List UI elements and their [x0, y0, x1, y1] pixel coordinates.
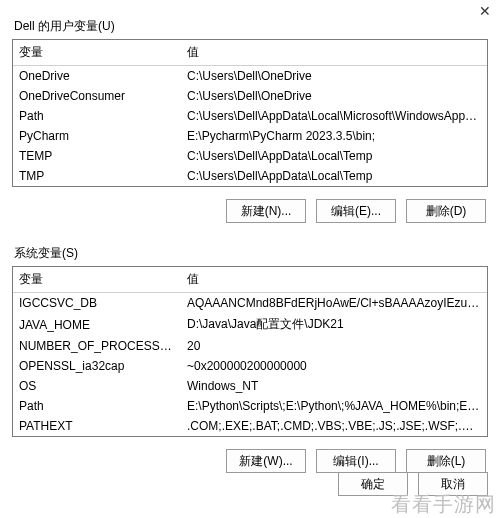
cancel-button[interactable]: 取消 [418, 472, 488, 496]
system-vars-group: 系统变量(S) 变量 值 IGCCSVC_DBAQAAANCMnd8BFdERj… [12, 245, 488, 485]
system-vars-label: 系统变量(S) [12, 245, 488, 266]
var-value: AQAAANCMnd8BFdERjHoAwE/Cl+sBAAAAzoyIEzur… [181, 293, 487, 314]
var-value: ~0x200000200000000 [181, 356, 487, 376]
var-name: PyCharm [13, 126, 181, 146]
table-row[interactable]: OneDriveConsumerC:\Users\Dell\OneDrive [13, 86, 487, 106]
table-row[interactable]: JAVA_HOMED:\Java\Java配置文件\JDK21 [13, 313, 487, 336]
var-name: IGCCSVC_DB [13, 293, 181, 314]
var-value: C:\Users\Dell\AppData\Local\Microsoft\Wi… [181, 106, 487, 126]
user-new-button[interactable]: 新建(N)... [226, 199, 306, 223]
table-row[interactable]: TMPC:\Users\Dell\AppData\Local\Temp [13, 166, 487, 186]
table-row[interactable]: PathC:\Users\Dell\AppData\Local\Microsof… [13, 106, 487, 126]
table-row[interactable]: OneDriveC:\Users\Dell\OneDrive [13, 66, 487, 87]
table-row[interactable]: OSWindows_NT [13, 376, 487, 396]
var-value: C:\Users\Dell\OneDrive [181, 66, 487, 87]
var-value: E:\Python\Scripts\;E:\Python\;%JAVA_HOME… [181, 396, 487, 416]
user-edit-button[interactable]: 编辑(E)... [316, 199, 396, 223]
var-name: JAVA_HOME [13, 313, 181, 336]
var-value: Windows_NT [181, 376, 487, 396]
var-name: Path [13, 396, 181, 416]
col-header-value[interactable]: 值 [181, 267, 487, 293]
table-row[interactable]: NUMBER_OF_PROCESSORS20 [13, 336, 487, 356]
user-vars-table[interactable]: 变量 值 OneDriveC:\Users\Dell\OneDriveOneDr… [12, 39, 488, 187]
table-row[interactable]: PATHEXT.COM;.EXE;.BAT;.CMD;.VBS;.VBE;.JS… [13, 416, 487, 436]
table-row[interactable]: PyCharmE:\Pycharm\PyCharm 2023.3.5\bin; [13, 126, 487, 146]
var-name: OS [13, 376, 181, 396]
var-value: C:\Users\Dell\AppData\Local\Temp [181, 166, 487, 186]
var-value: D:\Java\Java配置文件\JDK21 [181, 313, 487, 336]
table-row[interactable]: PathE:\Python\Scripts\;E:\Python\;%JAVA_… [13, 396, 487, 416]
user-vars-buttons: 新建(N)... 编辑(E)... 删除(D) [12, 187, 488, 235]
user-vars-group: Dell 的用户变量(U) 变量 值 OneDriveC:\Users\Dell… [12, 18, 488, 235]
sys-new-button[interactable]: 新建(W)... [226, 449, 306, 473]
var-value: C:\Users\Dell\AppData\Local\Temp [181, 146, 487, 166]
var-value: .COM;.EXE;.BAT;.CMD;.VBS;.VBE;.JS;.JSE;.… [181, 416, 487, 436]
var-name: OPENSSL_ia32cap [13, 356, 181, 376]
var-name: Path [13, 106, 181, 126]
dialog-footer: 确定 取消 [338, 472, 488, 496]
sys-edit-button[interactable]: 编辑(I)... [316, 449, 396, 473]
var-name: TEMP [13, 146, 181, 166]
var-name: PATHEXT [13, 416, 181, 436]
var-value: E:\Pycharm\PyCharm 2023.3.5\bin; [181, 126, 487, 146]
var-name: NUMBER_OF_PROCESSORS [13, 336, 181, 356]
var-name: OneDrive [13, 66, 181, 87]
sys-delete-button[interactable]: 删除(L) [406, 449, 486, 473]
col-header-name[interactable]: 变量 [13, 267, 181, 293]
var-name: TMP [13, 166, 181, 186]
col-header-value[interactable]: 值 [181, 40, 487, 66]
user-delete-button[interactable]: 删除(D) [406, 199, 486, 223]
table-row[interactable]: TEMPC:\Users\Dell\AppData\Local\Temp [13, 146, 487, 166]
col-header-name[interactable]: 变量 [13, 40, 181, 66]
env-vars-dialog: ✕ Dell 的用户变量(U) 变量 值 OneDriveC:\Users\De… [0, 0, 500, 518]
var-value: C:\Users\Dell\OneDrive [181, 86, 487, 106]
table-row[interactable]: IGCCSVC_DBAQAAANCMnd8BFdERjHoAwE/Cl+sBAA… [13, 293, 487, 314]
table-row[interactable]: OPENSSL_ia32cap~0x200000200000000 [13, 356, 487, 376]
ok-button[interactable]: 确定 [338, 472, 408, 496]
system-vars-table[interactable]: 变量 值 IGCCSVC_DBAQAAANCMnd8BFdERjHoAwE/Cl… [12, 266, 488, 437]
close-icon[interactable]: ✕ [478, 4, 492, 18]
user-vars-label: Dell 的用户变量(U) [12, 18, 488, 39]
var-name: OneDriveConsumer [13, 86, 181, 106]
var-value: 20 [181, 336, 487, 356]
